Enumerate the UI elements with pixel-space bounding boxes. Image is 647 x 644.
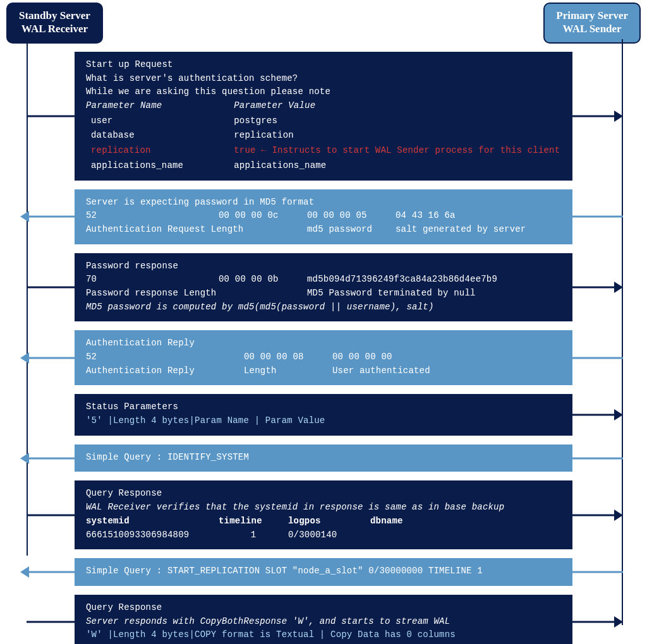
param-name-header: Parameter Name [86,99,183,113]
msg-query-response-identify: Query Response WAL Receiver verifies tha… [75,480,572,549]
authreq-d3: salt generated by server [396,223,526,237]
param-value-header: Parameter Value [234,99,560,113]
authreply-d3: User authenticated [332,364,430,378]
msg-auth-reply: Authentication Reply 52 00 00 00 08 00 0… [75,330,572,385]
authreq-c3: 00 00 00 05 [307,209,396,223]
param-user-v: postgres [234,114,560,128]
primary-lifeline [622,39,623,625]
qr1-v4 [370,528,433,542]
diagram-stage: Standby Server WAL Receiver Primary Serv… [0,0,647,644]
pwd-c3: md5b094d71396249f3ca84a23b86d4ee7b9 [307,273,497,287]
authreq-d1: Authentication Request Length [86,223,307,237]
authreq-d2: md5 password [307,223,396,237]
param-replication-v: true ← Instructs to start WAL Sender pro… [234,144,560,158]
standby-header: Standby Server WAL Receiver [6,3,103,44]
pwd-d2: MD5 Password terminated by null [307,287,476,301]
qr1-h2: timeline [219,515,288,528]
qr2-l3: 'W' |Length 4 bytes|COPY format is Textu… [86,628,561,642]
qr1-h3: logpos [288,515,370,528]
identify-l1: Simple Query : IDENTIFY_SYSTEM [86,451,561,465]
param-user-k: user [86,114,183,128]
primary-title-l2: WAL Sender [556,22,628,35]
authreply-d2: Length [244,364,332,378]
qr1-l1: Query Response [86,487,561,501]
msg-startup-request: Start up Request What is server's authen… [75,52,572,181]
qr1-h1: systemid [86,515,219,528]
authreq-c4: 04 43 16 6a [396,209,456,223]
authreply-l1: Authentication Reply [86,337,561,350]
status-l1: Status Parameters [86,400,561,414]
startup-l3: While we are asking this question please… [86,85,561,99]
qr2-l1: Query Response [86,601,561,615]
authreply-d1: Authentication Reply [86,364,244,378]
param-database-k: database [86,129,183,143]
msg-status-parameters: Status Parameters '5' |Length 4 bytes|Pa… [75,394,572,435]
authreply-c3: 00 00 00 00 [332,350,392,364]
authreq-c1: 52 [86,209,219,223]
msg-identify-system: Simple Query : IDENTIFY_SYSTEM [75,444,572,472]
msg-start-replication: Simple Query : START_REPLICATION SLOT "n… [75,558,572,586]
qr1-note: WAL Receiver verifies that the systemid … [86,501,561,515]
param-appname-v: applications_name [234,159,560,173]
standby-title-l2: WAL Receiver [19,22,90,35]
pwd-d1: Password response Length [86,287,307,301]
msg-password-response: Password response 70 00 00 00 0b md5b094… [75,253,572,322]
primary-header: Primary Server WAL Sender [543,3,641,44]
authreply-c1: 52 [86,350,244,364]
qr1-v2: 1 [219,528,288,542]
param-appname-k: applications_name [86,159,183,173]
qr1-h4: dbname [370,515,433,528]
param-replication-k: replication [86,144,183,158]
startrep-l1: Simple Query : START_REPLICATION SLOT "n… [86,564,561,578]
qr2-note: Server responds with CopyBothResponse 'W… [86,615,561,629]
primary-title-l1: Primary Server [556,9,628,22]
msg-auth-request: Server is expecting password in MD5 form… [75,189,572,244]
authreply-c2: 00 00 00 08 [244,350,332,364]
pwd-c1: 70 [86,273,219,287]
pwd-c2: 00 00 00 0b [219,273,307,287]
pwd-l1: Password response [86,259,561,273]
standby-title-l1: Standby Server [19,9,90,22]
qr1-v3: 0/3000140 [288,528,370,542]
authreq-c2: 00 00 00 0c [219,209,307,223]
startup-l1: Start up Request [86,58,561,72]
messages-column: Start up Request What is server's authen… [75,52,572,644]
status-l2: '5' |Length 4 bytes|Param Name | Param V… [86,414,561,428]
qr1-v1: 6661510093306984809 [86,528,219,542]
param-database-v: replication [234,129,560,143]
msg-query-response-copyboth: Query Response Server responds with Copy… [75,595,572,644]
authreq-l1: Server is expecting password in MD5 form… [86,196,561,210]
pwd-note: MD5 password is computed by md5(md5(pass… [86,301,561,314]
startup-l2: What is server's authentication scheme? [86,72,561,86]
